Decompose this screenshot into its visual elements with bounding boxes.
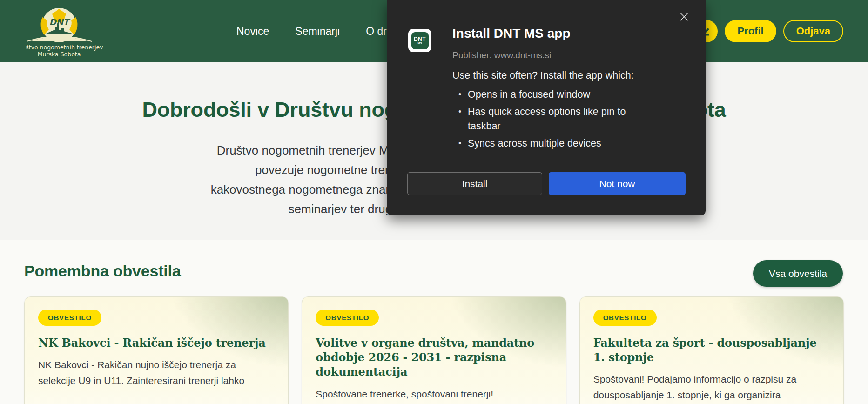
page: DNT Društvo nogometnih trenerjev Murska … bbox=[0, 0, 868, 404]
all-notices-button[interactable]: Vsa obvestila bbox=[753, 260, 843, 287]
notice-badge: OBVESTILO bbox=[593, 310, 657, 326]
svg-text:Društvo nogometnih trenerjev: Društvo nogometnih trenerjev bbox=[26, 44, 103, 51]
install-app-dialog: DNT MS Install DNT MS app Publisher: www… bbox=[387, 0, 706, 215]
notice-card-body: Spoštovane trenerke, spoštovani trenerji… bbox=[316, 386, 552, 402]
app-icon: DNT MS bbox=[408, 29, 431, 52]
benefit-item: Syncs across multiple devices bbox=[458, 136, 644, 151]
profile-button[interactable]: Profil bbox=[725, 20, 776, 42]
notice-card[interactable]: OBVESTILO Volitve v organe društva, mand… bbox=[302, 296, 566, 404]
notice-badge: OBVESTILO bbox=[316, 310, 379, 326]
nav-item-novice[interactable]: Novice bbox=[236, 25, 269, 38]
notices-section: Pomembna obvestila Vsa obvestila OBVESTI… bbox=[0, 240, 868, 404]
notice-card[interactable]: OBVESTILO NK Bakovci - Rakičan iščejo tr… bbox=[24, 296, 289, 404]
benefit-item: Opens in a focused window bbox=[458, 88, 644, 102]
notice-card-title: Volitve v organe društva, mandatno obdob… bbox=[316, 336, 552, 379]
app-icon-sub: MS bbox=[418, 42, 422, 45]
notice-card-body: NK Bakovci - Rakičan nujno iščejo trener… bbox=[38, 357, 275, 389]
dialog-lead-text: Use this site often? Install the app whi… bbox=[452, 70, 634, 81]
main-nav: Novice Seminarji O društvu bbox=[236, 0, 412, 62]
not-now-button[interactable]: Not now bbox=[549, 172, 686, 195]
dialog-title: Install DNT MS app bbox=[452, 26, 571, 41]
dnt-logo-icon: DNT Društvo nogometnih trenerjev Murska … bbox=[26, 6, 114, 58]
notice-card-body: Spoštovani! Podajamo informacijo o razpi… bbox=[593, 371, 830, 403]
notice-badge: OBVESTILO bbox=[38, 310, 101, 326]
svg-text:DNT: DNT bbox=[49, 17, 71, 27]
nav-item-seminarji[interactable]: Seminarji bbox=[295, 25, 340, 38]
install-button[interactable]: Install bbox=[407, 172, 542, 195]
dialog-benefits-list: Opens in a focused window Has quick acce… bbox=[458, 88, 644, 154]
notices-heading: Pomembna obvestila bbox=[24, 262, 181, 280]
notice-card-title: NK Bakovci - Rakičan iščejo trenerja bbox=[38, 336, 275, 350]
notice-card[interactable]: OBVESTILO Fakulteta za šport - dousposab… bbox=[579, 296, 844, 404]
header-actions: Profil Odjava bbox=[694, 0, 843, 62]
app-icon-abbr: DNT bbox=[414, 36, 426, 42]
site-logo[interactable]: DNT Društvo nogometnih trenerjev Murska … bbox=[26, 6, 114, 58]
close-icon[interactable] bbox=[677, 9, 692, 24]
notice-cards: OBVESTILO NK Bakovci - Rakičan iščejo tr… bbox=[24, 296, 844, 404]
svg-text:Murska Sobota: Murska Sobota bbox=[38, 51, 81, 58]
dialog-publisher: Publisher: www.dnt-ms.si bbox=[452, 50, 551, 61]
benefit-item: Has quick access options like pin to tas… bbox=[458, 105, 644, 134]
notice-card-title: Fakulteta za šport - dousposabljanje 1. … bbox=[593, 336, 830, 364]
logout-button[interactable]: Odjava bbox=[783, 20, 843, 42]
